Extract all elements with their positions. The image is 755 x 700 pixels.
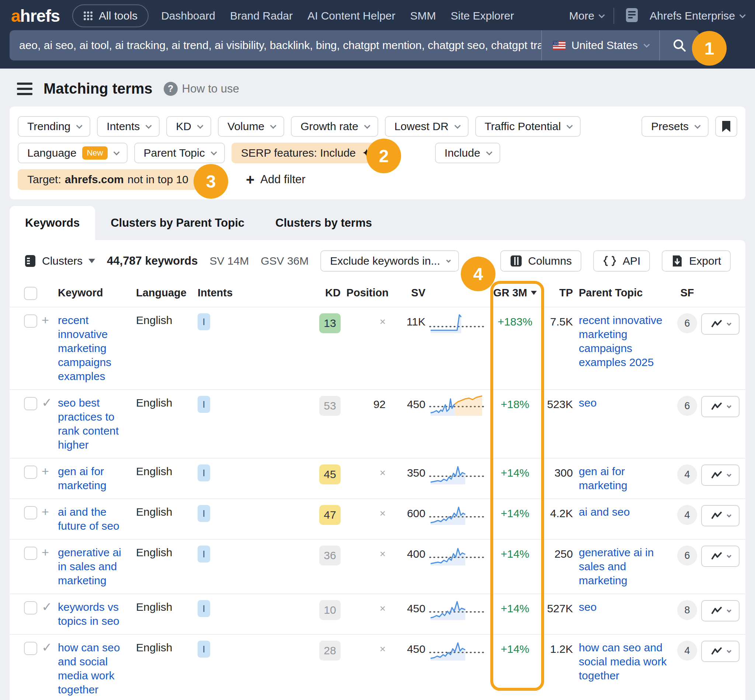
position-history-chart-button[interactable] — [701, 641, 739, 662]
include-dropdown[interactable]: Include — [435, 143, 500, 163]
language-filter-button[interactable]: Language New — [18, 143, 128, 163]
api-button[interactable]: API — [593, 250, 650, 272]
parent-topic-filter-button[interactable]: Parent Topic — [134, 143, 225, 163]
all-tools-button[interactable]: All tools — [72, 5, 148, 27]
header-tp[interactable]: TP — [559, 287, 573, 299]
add-to-list-icon[interactable]: ✓ — [42, 641, 52, 654]
row-checkbox[interactable] — [24, 547, 37, 560]
exclude-keywords-dropdown[interactable]: Exclude keywords in... — [320, 250, 459, 272]
row-checkbox[interactable] — [24, 601, 37, 614]
search-volume-cell: 450 — [407, 641, 425, 658]
serp-features-filter-chip[interactable]: SERP features: Include ✦ — [231, 143, 381, 163]
parent-topic-link[interactable]: seo — [573, 396, 676, 410]
tab-keywords[interactable]: Keywords — [9, 206, 95, 240]
menu-icon[interactable] — [17, 83, 33, 95]
traffic-potential-cell: 523K — [547, 396, 573, 413]
row-checkbox[interactable] — [24, 466, 37, 479]
more-menu[interactable]: More — [569, 9, 603, 22]
enterprise-menu[interactable]: Ahrefs Enterprise — [650, 9, 744, 22]
keyword-link[interactable]: recent innovative marketing campaigns ex… — [58, 313, 136, 383]
filter-button[interactable]: Growth rate — [291, 116, 378, 137]
position-history-chart-button[interactable] — [701, 505, 739, 527]
intent-badge[interactable]: I — [198, 396, 210, 413]
keyword-link[interactable]: seo best practices to rank content highe… — [58, 396, 136, 452]
add-filter-button[interactable]: + Add filter — [246, 172, 306, 187]
header-sf[interactable]: SF — [680, 287, 694, 299]
filter-button[interactable]: Lowest DR — [385, 116, 469, 137]
row-checkbox[interactable] — [24, 397, 37, 410]
tab-clusters-by-terms[interactable]: Clusters by terms — [260, 206, 388, 240]
clusters-dropdown[interactable]: Clusters — [24, 254, 95, 268]
header-keyword[interactable]: Keyword — [58, 287, 136, 299]
parent-topic-link[interactable]: ai and seo — [573, 505, 676, 519]
add-to-list-icon[interactable]: + — [42, 313, 49, 327]
header-sv[interactable]: SV — [411, 287, 425, 299]
nav-link[interactable]: Dashboard — [161, 9, 215, 22]
bookmark-button[interactable] — [715, 116, 737, 137]
header-parent-topic[interactable]: Parent Topic — [573, 287, 676, 299]
nav-link[interactable]: AI Content Helper — [308, 9, 395, 22]
how-to-use-link[interactable]: ? How to use — [164, 82, 239, 96]
intent-badge[interactable]: I — [198, 545, 210, 562]
intent-badge[interactable]: I — [198, 464, 210, 481]
filter-button[interactable]: Traffic Potential — [475, 116, 581, 137]
parent-topic-link[interactable]: gen ai for marketing — [573, 464, 676, 492]
whats-new-icon[interactable] — [625, 7, 639, 25]
filter-button[interactable]: KD — [166, 116, 211, 137]
parent-topic-link[interactable]: seo — [573, 600, 676, 614]
position-history-chart-button[interactable] — [701, 545, 739, 567]
position-history-chart-button[interactable] — [701, 396, 739, 417]
serp-features-cell: 4 — [677, 505, 697, 525]
search-query-input[interactable]: aeo, ai seo, ai tool, ai tracking, ai tr… — [9, 39, 541, 52]
keyword-link[interactable]: keywords vs topics in seo — [58, 600, 136, 628]
growth-rate-cell: +183% — [498, 313, 532, 330]
columns-button[interactable]: Columns — [500, 250, 581, 272]
select-all-checkbox[interactable] — [24, 287, 37, 300]
intent-badge[interactable]: I — [198, 313, 210, 330]
clusters-icon — [24, 254, 36, 268]
add-to-list-icon[interactable]: + — [42, 464, 49, 478]
filter-button[interactable]: Volume — [218, 116, 284, 137]
parent-topic-link[interactable]: recent innovative marketing campaigns ex… — [573, 313, 676, 369]
add-to-list-icon[interactable]: + — [42, 545, 49, 559]
filter-button[interactable]: Intents — [97, 116, 159, 137]
traffic-potential-cell: 250 — [555, 545, 573, 562]
parent-topic-link[interactable]: how can seo and social media work togeth… — [573, 641, 676, 683]
header-language[interactable]: Language — [136, 287, 198, 299]
header-position[interactable]: Position — [347, 287, 389, 299]
keyword-link[interactable]: generative ai in sales and marketing — [58, 545, 136, 588]
parent-topic-link[interactable]: generative ai in sales and marketing — [573, 545, 676, 588]
header-kd[interactable]: KD — [325, 287, 341, 299]
keyword-link[interactable]: gen ai for marketing — [58, 464, 136, 492]
target-filter-chip[interactable]: Target: ahrefs.com not in top 10 — [18, 169, 198, 190]
nav-link[interactable]: Site Explorer — [450, 9, 514, 22]
trend-chart-icon — [711, 320, 722, 328]
row-checkbox[interactable] — [24, 314, 37, 328]
tab-clusters-by-parent-topic[interactable]: Clusters by Parent Topic — [95, 206, 260, 240]
position-history-chart-button[interactable] — [701, 464, 739, 486]
presets-button[interactable]: Presets — [641, 116, 708, 137]
row-checkbox[interactable] — [24, 506, 37, 519]
nav-link[interactable]: Brand Radar — [230, 9, 293, 22]
position-history-chart-button[interactable] — [701, 600, 739, 622]
add-to-list-icon[interactable]: ✓ — [42, 600, 52, 614]
keyword-link[interactable]: how can seo and social media work togeth… — [58, 641, 136, 697]
ahrefs-logo[interactable]: ahrefs — [11, 6, 60, 26]
position-history-chart-button[interactable] — [701, 313, 739, 335]
nav-link[interactable]: SMM — [410, 9, 436, 22]
add-to-list-icon[interactable]: + — [42, 505, 49, 519]
keyword-row: + gen ai for marketing English I 45 × 35… — [9, 459, 746, 499]
row-checkbox[interactable] — [24, 642, 37, 655]
intent-badge[interactable]: I — [198, 505, 210, 522]
add-to-list-icon[interactable]: ✓ — [42, 396, 52, 409]
intent-badge[interactable]: I — [198, 641, 210, 658]
header-intents[interactable]: Intents — [198, 287, 304, 299]
search-submit-button[interactable] — [659, 30, 699, 61]
export-button[interactable]: Export — [662, 250, 731, 272]
filter-button[interactable]: Trending — [18, 116, 90, 137]
intent-badge[interactable]: I — [198, 600, 210, 617]
header-gr-3m-sorted[interactable]: GR 3M — [493, 287, 537, 299]
sparkle-icon: ✦ — [362, 147, 372, 159]
country-selector[interactable]: United States — [541, 30, 659, 61]
keyword-link[interactable]: ai and the future of seo — [58, 505, 136, 533]
